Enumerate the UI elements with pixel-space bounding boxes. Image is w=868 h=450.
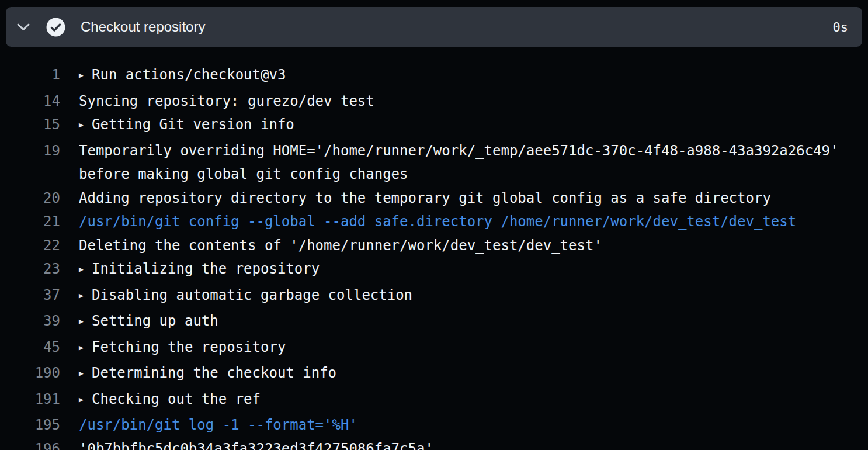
expand-arrow-icon[interactable]: ▶	[79, 388, 86, 412]
log-line-text: Fetching the repository	[92, 339, 286, 355]
log-line-content: Adding repository directory to the tempo…	[79, 186, 868, 210]
log-line-content: Syncing repository: gurezo/dev_test	[79, 89, 868, 113]
log-line-number[interactable]: 1	[0, 63, 60, 87]
log-line-content: ▶Disabling automatic garbage collection	[79, 283, 868, 310]
log-line-number[interactable]: 19	[0, 139, 60, 163]
log-line-number[interactable]: 20	[0, 186, 60, 210]
log-line: 20Adding repository directory to the tem…	[0, 186, 868, 210]
log-group-line[interactable]: 23▶Initializing the repository	[0, 257, 868, 283]
expand-arrow-icon[interactable]: ▶	[79, 258, 86, 282]
log-line: 22Deleting the contents of '/home/runner…	[0, 234, 868, 258]
expand-arrow-icon[interactable]: ▶	[79, 64, 86, 88]
log-line-number[interactable]: 190	[0, 361, 60, 385]
log-line-text: '0b7bbfbc5dc0b34a3fa3223ed3f4275086fa7c5…	[79, 441, 433, 450]
log-line-text: /usr/bin/git config --global --add safe.…	[79, 213, 796, 230]
log-line-number[interactable]: 15	[0, 113, 60, 137]
chevron-down-icon[interactable]	[16, 22, 30, 32]
step-header[interactable]: Checkout repository 0s	[6, 7, 862, 47]
log-line-text: Getting Git version info	[92, 116, 294, 133]
log-line-content: /usr/bin/git config --global --add safe.…	[79, 210, 868, 234]
log-group-line[interactable]: 191▶Checking out the ref	[0, 387, 868, 414]
log-line-text: Checking out the ref	[92, 391, 261, 407]
log-line: 19Temporarily overriding HOME='/home/run…	[0, 139, 868, 186]
log-line: 21/usr/bin/git config --global --add saf…	[0, 210, 868, 234]
log-line-content: ▶Determining the checkout info	[79, 361, 868, 387]
log-line-number[interactable]: 196	[0, 437, 60, 450]
log-line-number[interactable]: 45	[0, 335, 60, 359]
log-line: 196'0b7bbfbc5dc0b34a3fa3223ed3f4275086fa…	[0, 437, 868, 450]
log-line-text: Disabling automatic garbage collection	[92, 287, 412, 303]
log-group-line[interactable]: 190▶Determining the checkout info	[0, 361, 868, 387]
log-line: 195/usr/bin/git log -1 --format='%H'	[0, 413, 868, 437]
log-line-number[interactable]: 191	[0, 387, 60, 411]
log-group-line[interactable]: 1▶Run actions/checkout@v3	[0, 63, 868, 89]
log-line-text: Deleting the contents of '/home/runner/w…	[79, 237, 602, 254]
log-line-content: ▶Fetching the repository	[79, 335, 868, 362]
log-line-text: /usr/bin/git log -1 --format='%H'	[79, 417, 357, 433]
log-line-number[interactable]: 21	[0, 210, 60, 234]
log-line-content: ▶Initializing the repository	[79, 257, 868, 283]
log-line-content: ▶Run actions/checkout@v3	[79, 63, 868, 89]
log-line-text: Initializing the repository	[92, 261, 320, 277]
step-duration: 0s	[833, 20, 849, 34]
log-group-line[interactable]: 45▶Fetching the repository	[0, 335, 868, 362]
expand-arrow-icon[interactable]: ▶	[79, 336, 86, 360]
expand-arrow-icon[interactable]: ▶	[79, 113, 86, 137]
log-line-content: ▶Checking out the ref	[79, 387, 868, 414]
log-line-text: Syncing repository: gurezo/dev_test	[79, 93, 374, 109]
log-line-text: Temporarily overriding HOME='/home/runne…	[79, 143, 847, 183]
expand-arrow-icon[interactable]: ▶	[79, 310, 86, 334]
log-line-number[interactable]: 23	[0, 257, 60, 281]
log-line-content: Deleting the contents of '/home/runner/w…	[79, 234, 868, 258]
log-line-text: Determining the checkout info	[92, 365, 336, 381]
log-line-text: Setting up auth	[92, 313, 218, 329]
log-group-line[interactable]: 39▶Setting up auth	[0, 309, 868, 335]
workflow-step-log-panel: Checkout repository 0s 1▶Run actions/che…	[0, 0, 868, 450]
expand-arrow-icon[interactable]: ▶	[79, 284, 86, 308]
log-line-text: Adding repository directory to the tempo…	[79, 190, 771, 206]
log-line-content: ▶Setting up auth	[79, 309, 868, 335]
step-title: Checkout repository	[81, 19, 833, 35]
log-line-content: Temporarily overriding HOME='/home/runne…	[79, 139, 868, 186]
log-lines-container: 1▶Run actions/checkout@v314Syncing repos…	[0, 63, 868, 450]
check-circle-icon	[46, 18, 65, 37]
log-group-line[interactable]: 37▶Disabling automatic garbage collectio…	[0, 283, 868, 310]
log-line-number[interactable]: 39	[0, 309, 60, 333]
log-line-number[interactable]: 22	[0, 234, 60, 258]
expand-arrow-icon[interactable]: ▶	[79, 362, 86, 386]
log-line-number[interactable]: 195	[0, 413, 60, 437]
log-line-content: ▶Getting Git version info	[79, 113, 868, 139]
log-group-line[interactable]: 15▶Getting Git version info	[0, 113, 868, 139]
log-line-content: '0b7bbfbc5dc0b34a3fa3223ed3f4275086fa7c5…	[79, 437, 868, 450]
log-line-number[interactable]: 14	[0, 89, 60, 113]
log-line-number[interactable]: 37	[0, 283, 60, 307]
log-line: 14Syncing repository: gurezo/dev_test	[0, 89, 868, 113]
log-line-text: Run actions/checkout@v3	[92, 67, 286, 83]
log-line-content: /usr/bin/git log -1 --format='%H'	[79, 413, 868, 437]
